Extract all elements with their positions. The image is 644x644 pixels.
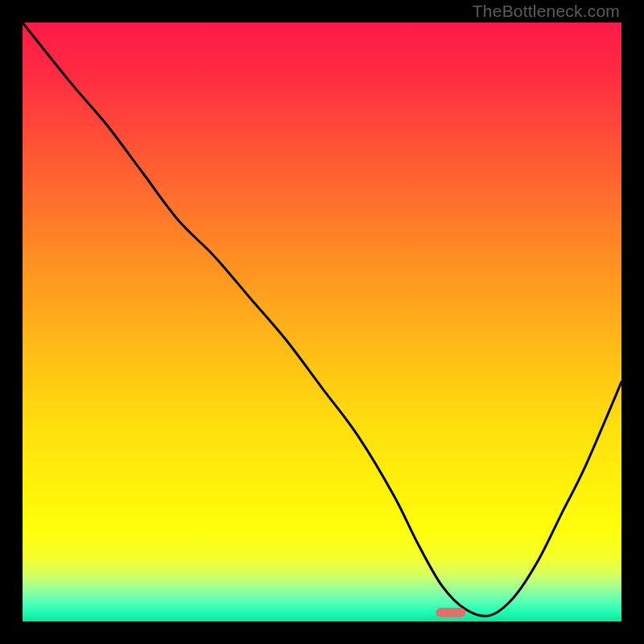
bottleneck-curve-path xyxy=(23,23,621,616)
chart-frame: TheBottleneck.com xyxy=(0,0,644,644)
optimal-marker xyxy=(436,608,465,617)
plot-area xyxy=(23,23,621,621)
chart-svg xyxy=(23,23,621,621)
watermark-text: TheBottleneck.com xyxy=(473,2,620,21)
